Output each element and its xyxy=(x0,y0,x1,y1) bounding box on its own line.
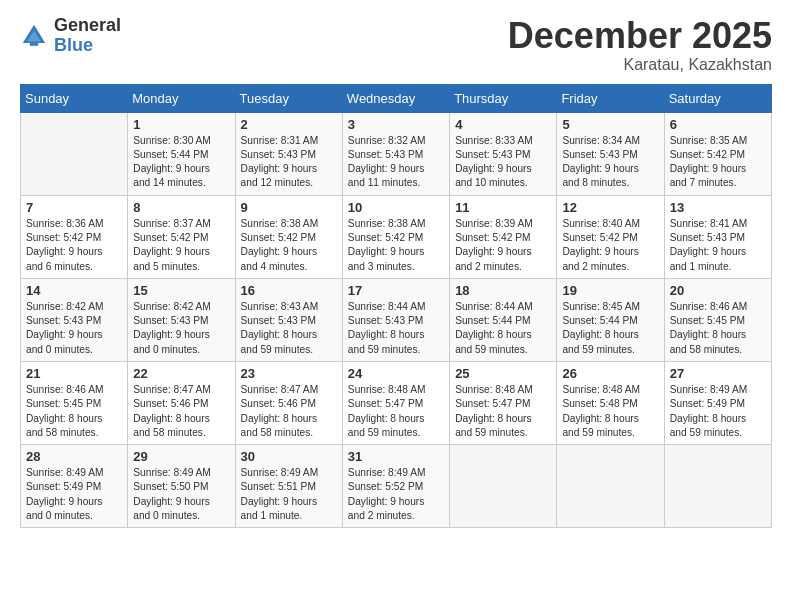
svg-rect-2 xyxy=(30,41,38,45)
day-info: Sunrise: 8:48 AMSunset: 5:47 PMDaylight:… xyxy=(455,383,551,440)
day-info: Sunrise: 8:42 AMSunset: 5:43 PMDaylight:… xyxy=(133,300,229,357)
calendar-cell: 11Sunrise: 8:39 AMSunset: 5:42 PMDayligh… xyxy=(450,195,557,278)
logo-general: General xyxy=(54,16,121,36)
day-info: Sunrise: 8:49 AMSunset: 5:49 PMDaylight:… xyxy=(670,383,766,440)
header: General Blue December 2025 Karatau, Kaza… xyxy=(20,16,772,74)
day-number: 31 xyxy=(348,449,444,464)
logo-icon xyxy=(20,22,48,50)
day-info: Sunrise: 8:30 AMSunset: 5:44 PMDaylight:… xyxy=(133,134,229,191)
day-number: 17 xyxy=(348,283,444,298)
day-number: 3 xyxy=(348,117,444,132)
day-info: Sunrise: 8:38 AMSunset: 5:42 PMDaylight:… xyxy=(241,217,337,274)
day-number: 23 xyxy=(241,366,337,381)
day-number: 4 xyxy=(455,117,551,132)
calendar-cell xyxy=(664,445,771,528)
calendar-cell: 18Sunrise: 8:44 AMSunset: 5:44 PMDayligh… xyxy=(450,278,557,361)
day-info: Sunrise: 8:48 AMSunset: 5:47 PMDaylight:… xyxy=(348,383,444,440)
day-number: 2 xyxy=(241,117,337,132)
logo-text: General Blue xyxy=(54,16,121,56)
calendar-cell: 14Sunrise: 8:42 AMSunset: 5:43 PMDayligh… xyxy=(21,278,128,361)
day-number: 15 xyxy=(133,283,229,298)
col-wednesday: Wednesday xyxy=(342,84,449,112)
calendar-cell: 12Sunrise: 8:40 AMSunset: 5:42 PMDayligh… xyxy=(557,195,664,278)
col-friday: Friday xyxy=(557,84,664,112)
day-info: Sunrise: 8:49 AMSunset: 5:49 PMDaylight:… xyxy=(26,466,122,523)
day-info: Sunrise: 8:44 AMSunset: 5:43 PMDaylight:… xyxy=(348,300,444,357)
calendar-cell: 7Sunrise: 8:36 AMSunset: 5:42 PMDaylight… xyxy=(21,195,128,278)
calendar-cell: 6Sunrise: 8:35 AMSunset: 5:42 PMDaylight… xyxy=(664,112,771,195)
day-info: Sunrise: 8:33 AMSunset: 5:43 PMDaylight:… xyxy=(455,134,551,191)
calendar-cell: 3Sunrise: 8:32 AMSunset: 5:43 PMDaylight… xyxy=(342,112,449,195)
day-info: Sunrise: 8:49 AMSunset: 5:52 PMDaylight:… xyxy=(348,466,444,523)
calendar-cell: 4Sunrise: 8:33 AMSunset: 5:43 PMDaylight… xyxy=(450,112,557,195)
day-info: Sunrise: 8:32 AMSunset: 5:43 PMDaylight:… xyxy=(348,134,444,191)
location: Karatau, Kazakhstan xyxy=(508,56,772,74)
day-info: Sunrise: 8:36 AMSunset: 5:42 PMDaylight:… xyxy=(26,217,122,274)
calendar-cell: 30Sunrise: 8:49 AMSunset: 5:51 PMDayligh… xyxy=(235,445,342,528)
calendar-cell: 20Sunrise: 8:46 AMSunset: 5:45 PMDayligh… xyxy=(664,278,771,361)
day-info: Sunrise: 8:31 AMSunset: 5:43 PMDaylight:… xyxy=(241,134,337,191)
day-number: 1 xyxy=(133,117,229,132)
day-info: Sunrise: 8:47 AMSunset: 5:46 PMDaylight:… xyxy=(133,383,229,440)
calendar-cell: 25Sunrise: 8:48 AMSunset: 5:47 PMDayligh… xyxy=(450,361,557,444)
calendar-week-3: 14Sunrise: 8:42 AMSunset: 5:43 PMDayligh… xyxy=(21,278,772,361)
day-info: Sunrise: 8:34 AMSunset: 5:43 PMDaylight:… xyxy=(562,134,658,191)
calendar-cell: 16Sunrise: 8:43 AMSunset: 5:43 PMDayligh… xyxy=(235,278,342,361)
day-info: Sunrise: 8:38 AMSunset: 5:42 PMDaylight:… xyxy=(348,217,444,274)
calendar-cell: 13Sunrise: 8:41 AMSunset: 5:43 PMDayligh… xyxy=(664,195,771,278)
calendar-cell: 27Sunrise: 8:49 AMSunset: 5:49 PMDayligh… xyxy=(664,361,771,444)
day-info: Sunrise: 8:49 AMSunset: 5:50 PMDaylight:… xyxy=(133,466,229,523)
calendar-cell: 9Sunrise: 8:38 AMSunset: 5:42 PMDaylight… xyxy=(235,195,342,278)
day-number: 6 xyxy=(670,117,766,132)
calendar-cell: 26Sunrise: 8:48 AMSunset: 5:48 PMDayligh… xyxy=(557,361,664,444)
calendar-cell: 29Sunrise: 8:49 AMSunset: 5:50 PMDayligh… xyxy=(128,445,235,528)
calendar-body: 1Sunrise: 8:30 AMSunset: 5:44 PMDaylight… xyxy=(21,112,772,528)
day-info: Sunrise: 8:44 AMSunset: 5:44 PMDaylight:… xyxy=(455,300,551,357)
day-number: 21 xyxy=(26,366,122,381)
calendar-week-1: 1Sunrise: 8:30 AMSunset: 5:44 PMDaylight… xyxy=(21,112,772,195)
calendar-cell: 10Sunrise: 8:38 AMSunset: 5:42 PMDayligh… xyxy=(342,195,449,278)
header-row: Sunday Monday Tuesday Wednesday Thursday… xyxy=(21,84,772,112)
day-number: 16 xyxy=(241,283,337,298)
day-info: Sunrise: 8:42 AMSunset: 5:43 PMDaylight:… xyxy=(26,300,122,357)
day-info: Sunrise: 8:46 AMSunset: 5:45 PMDaylight:… xyxy=(26,383,122,440)
col-tuesday: Tuesday xyxy=(235,84,342,112)
day-info: Sunrise: 8:47 AMSunset: 5:46 PMDaylight:… xyxy=(241,383,337,440)
day-info: Sunrise: 8:35 AMSunset: 5:42 PMDaylight:… xyxy=(670,134,766,191)
calendar-cell xyxy=(450,445,557,528)
title-block: December 2025 Karatau, Kazakhstan xyxy=(508,16,772,74)
col-monday: Monday xyxy=(128,84,235,112)
calendar-cell: 8Sunrise: 8:37 AMSunset: 5:42 PMDaylight… xyxy=(128,195,235,278)
calendar-week-5: 28Sunrise: 8:49 AMSunset: 5:49 PMDayligh… xyxy=(21,445,772,528)
day-info: Sunrise: 8:37 AMSunset: 5:42 PMDaylight:… xyxy=(133,217,229,274)
calendar-cell: 31Sunrise: 8:49 AMSunset: 5:52 PMDayligh… xyxy=(342,445,449,528)
day-number: 18 xyxy=(455,283,551,298)
day-info: Sunrise: 8:48 AMSunset: 5:48 PMDaylight:… xyxy=(562,383,658,440)
day-info: Sunrise: 8:49 AMSunset: 5:51 PMDaylight:… xyxy=(241,466,337,523)
day-number: 7 xyxy=(26,200,122,215)
day-number: 27 xyxy=(670,366,766,381)
day-number: 24 xyxy=(348,366,444,381)
day-number: 25 xyxy=(455,366,551,381)
day-number: 19 xyxy=(562,283,658,298)
day-number: 20 xyxy=(670,283,766,298)
day-number: 13 xyxy=(670,200,766,215)
day-number: 12 xyxy=(562,200,658,215)
day-number: 28 xyxy=(26,449,122,464)
day-number: 8 xyxy=(133,200,229,215)
calendar-cell: 21Sunrise: 8:46 AMSunset: 5:45 PMDayligh… xyxy=(21,361,128,444)
logo: General Blue xyxy=(20,16,121,56)
calendar-cell xyxy=(21,112,128,195)
day-info: Sunrise: 8:41 AMSunset: 5:43 PMDaylight:… xyxy=(670,217,766,274)
col-saturday: Saturday xyxy=(664,84,771,112)
logo-blue: Blue xyxy=(54,36,121,56)
calendar-cell: 2Sunrise: 8:31 AMSunset: 5:43 PMDaylight… xyxy=(235,112,342,195)
day-number: 10 xyxy=(348,200,444,215)
calendar-week-2: 7Sunrise: 8:36 AMSunset: 5:42 PMDaylight… xyxy=(21,195,772,278)
day-number: 30 xyxy=(241,449,337,464)
day-number: 29 xyxy=(133,449,229,464)
day-number: 11 xyxy=(455,200,551,215)
calendar-cell: 15Sunrise: 8:42 AMSunset: 5:43 PMDayligh… xyxy=(128,278,235,361)
calendar-cell: 5Sunrise: 8:34 AMSunset: 5:43 PMDaylight… xyxy=(557,112,664,195)
day-number: 9 xyxy=(241,200,337,215)
